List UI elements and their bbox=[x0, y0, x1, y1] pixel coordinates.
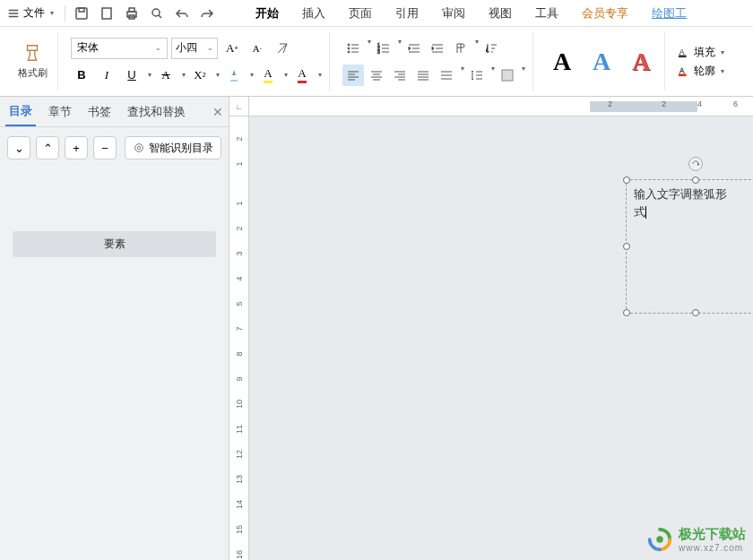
tab-view[interactable]: 视图 bbox=[480, 0, 521, 27]
sidebar-close-button[interactable]: ✕ bbox=[212, 105, 223, 119]
shading-button[interactable] bbox=[497, 65, 518, 86]
highlight-button[interactable]: A bbox=[257, 65, 279, 86]
chevron-down-icon[interactable]: ▾ bbox=[475, 38, 479, 59]
tab-tools[interactable]: 工具 bbox=[526, 0, 567, 27]
line-spacing-button[interactable] bbox=[466, 65, 488, 86]
svg-rect-13 bbox=[502, 70, 513, 81]
bullet-list-button[interactable] bbox=[342, 38, 364, 59]
resize-handle-n[interactable] bbox=[692, 177, 699, 184]
ribbon: 格式刷 宋体 ⌄ 小四 ⌄ A+ A- B I U ▾ bbox=[0, 27, 753, 97]
font-name-select[interactable]: 宋体 ⌄ bbox=[71, 38, 168, 59]
tab-insert[interactable]: 插入 bbox=[293, 0, 334, 27]
fill-button[interactable]: A 填充 ▾ bbox=[678, 45, 724, 60]
italic-button[interactable]: I bbox=[96, 65, 117, 86]
align-right-button[interactable] bbox=[389, 65, 411, 86]
align-center-button[interactable] bbox=[366, 65, 387, 86]
align-justify-button[interactable] bbox=[412, 65, 434, 86]
rotate-handle[interactable] bbox=[688, 157, 703, 171]
chevron-down-icon[interactable]: ▾ bbox=[318, 71, 322, 79]
sidebar-tab-toc[interactable]: 目录 bbox=[5, 98, 36, 126]
bold-button[interactable]: B bbox=[71, 65, 92, 86]
menu-icon bbox=[7, 7, 20, 20]
toc-element-item[interactable]: 要素 bbox=[13, 231, 216, 257]
tab-reference[interactable]: 引用 bbox=[386, 0, 428, 27]
font-color-button[interactable]: A bbox=[291, 65, 313, 86]
ruler-tick: 2 bbox=[235, 130, 244, 149]
add-button[interactable]: + bbox=[65, 136, 88, 159]
align-left-button[interactable] bbox=[342, 65, 364, 86]
tab-review[interactable]: 审阅 bbox=[433, 0, 474, 27]
chevron-down-icon[interactable]: ▾ bbox=[148, 71, 151, 79]
redo-button[interactable] bbox=[195, 1, 220, 26]
tab-start[interactable]: 开始 bbox=[247, 0, 288, 27]
font-name-value: 宋体 bbox=[77, 40, 99, 56]
save-button[interactable] bbox=[69, 1, 94, 26]
text-effect-button[interactable] bbox=[223, 65, 245, 86]
style-preset-1[interactable]: A bbox=[546, 46, 578, 78]
distribute-button[interactable] bbox=[436, 65, 457, 86]
print-button[interactable] bbox=[119, 1, 144, 26]
brush-icon bbox=[22, 43, 42, 63]
canvas[interactable]: 输入文字调整弧形 式 bbox=[249, 116, 753, 560]
chevron-down-icon[interactable]: ▾ bbox=[284, 71, 288, 79]
expand-button[interactable]: ⌃ bbox=[36, 136, 59, 159]
svg-point-18 bbox=[135, 144, 143, 152]
shape-text-content[interactable]: 输入文字调整弧形 式 bbox=[627, 180, 753, 226]
watermark-name: 极光下载站 bbox=[679, 526, 746, 543]
chevron-down-icon[interactable]: ▾ bbox=[522, 65, 525, 86]
resize-handle-w[interactable] bbox=[623, 243, 630, 250]
ruler-tick: 2 bbox=[608, 99, 612, 108]
clear-format-button[interactable] bbox=[272, 38, 293, 59]
decrease-indent-button[interactable] bbox=[403, 38, 425, 59]
number-list-button[interactable]: 123 bbox=[373, 38, 394, 59]
undo-button[interactable] bbox=[169, 1, 195, 26]
sidebar-tab-find[interactable]: 查找和替换 bbox=[124, 99, 189, 125]
resize-handle-s[interactable] bbox=[692, 309, 699, 316]
text-box-shape[interactable]: 输入文字调整弧形 式 bbox=[626, 179, 753, 314]
strikethrough-button[interactable]: A bbox=[155, 65, 177, 86]
resize-handle-nw[interactable] bbox=[623, 177, 630, 184]
chevron-down-icon[interactable]: ▾ bbox=[216, 71, 220, 79]
tab-page[interactable]: 页面 bbox=[340, 0, 381, 27]
chevron-down-icon: ⌄ bbox=[207, 44, 213, 52]
svg-point-19 bbox=[137, 146, 141, 150]
ruler-tick: 1 bbox=[235, 194, 244, 213]
remove-button[interactable]: − bbox=[93, 136, 117, 159]
tab-vip[interactable]: 会员专享 bbox=[573, 0, 637, 27]
chevron-down-icon[interactable]: ▾ bbox=[250, 71, 254, 79]
preview-button[interactable] bbox=[144, 1, 169, 26]
style-preset-3[interactable]: A bbox=[625, 46, 657, 78]
font-size-select[interactable]: 小四 ⌄ bbox=[171, 38, 218, 59]
new-button[interactable] bbox=[94, 1, 119, 26]
tab-drawing-tools[interactable]: 绘图工 bbox=[643, 0, 696, 27]
file-menu-label: 文件 bbox=[23, 5, 45, 21]
chevron-down-icon[interactable]: ▾ bbox=[368, 38, 371, 59]
smart-toc-button[interactable]: 智能识别目录 bbox=[125, 136, 221, 159]
increase-indent-button[interactable] bbox=[427, 38, 448, 59]
underline-button[interactable]: U bbox=[121, 65, 143, 86]
increase-font-button[interactable]: A+ bbox=[221, 38, 243, 59]
superscript-button[interactable]: X2 bbox=[189, 65, 211, 86]
decrease-font-button[interactable]: A- bbox=[247, 38, 268, 59]
vertical-ruler[interactable]: 2 1 1 2 3 4 5 7 8 9 10 11 12 13 14 15 16 bbox=[229, 116, 249, 560]
chevron-down-icon[interactable]: ▾ bbox=[398, 38, 402, 59]
chevron-down-icon: ⌄ bbox=[155, 44, 161, 52]
chevron-down-icon[interactable]: ▾ bbox=[491, 65, 495, 86]
text-direction-button[interactable] bbox=[450, 38, 472, 59]
ruler-tick: 10 bbox=[235, 395, 244, 414]
sidebar-tab-bookmark[interactable]: 书签 bbox=[84, 99, 115, 125]
horizontal-ruler[interactable]: 2 2 4 6 8 bbox=[249, 97, 753, 116]
format-brush-button[interactable]: 格式刷 bbox=[14, 43, 50, 80]
target-icon bbox=[133, 142, 145, 154]
sidebar-tab-chapter[interactable]: 章节 bbox=[45, 99, 75, 125]
sort-button[interactable] bbox=[480, 38, 502, 59]
resize-handle-sw[interactable] bbox=[623, 309, 630, 316]
collapse-button[interactable]: ⌄ bbox=[7, 136, 30, 159]
outline-button[interactable]: A 轮廓 ▾ bbox=[678, 64, 724, 79]
svg-rect-0 bbox=[76, 8, 87, 19]
file-menu-button[interactable]: 文件 ▾ bbox=[0, 0, 61, 26]
workspace: 目录 章节 书签 查找和替换 ✕ ⌄ ⌃ + − 智能识别目录 要素 ∟ 2 2 bbox=[0, 97, 753, 560]
chevron-down-icon[interactable]: ▾ bbox=[461, 65, 464, 86]
style-preset-2[interactable]: A bbox=[585, 46, 618, 78]
chevron-down-icon[interactable]: ▾ bbox=[182, 71, 186, 79]
